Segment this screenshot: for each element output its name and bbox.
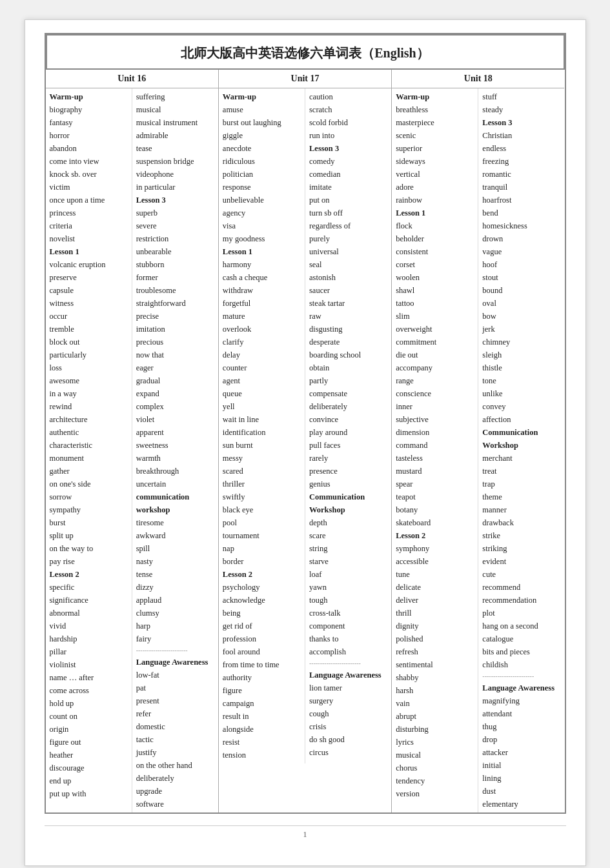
word-entry: Warm-up [50, 90, 128, 103]
word-entry: come into view [50, 155, 128, 168]
word-entry: witness [50, 297, 128, 310]
word-entry: homesickness [482, 219, 560, 232]
word-entry: precise [136, 310, 214, 323]
word-entry: pillar [50, 645, 128, 658]
word-entry: on the way to [50, 542, 128, 555]
word-entry: figure out [50, 736, 128, 749]
word-entry: authority [223, 671, 301, 684]
word-entry: characteristic [50, 439, 128, 452]
word-entry: Workshop [482, 439, 560, 452]
word-entry: tense [136, 568, 214, 581]
word-entry: end up [50, 774, 128, 787]
unit-col1-17: Warm-upamuseburst out laughinggiggleanec… [219, 88, 305, 763]
word-entry: tease [136, 142, 214, 155]
word-entry: counter [223, 361, 301, 374]
word-entry: agent [223, 374, 301, 387]
word-entry: split up [50, 529, 128, 542]
word-entry: loss [50, 361, 128, 374]
word-entry: treat [482, 465, 560, 478]
word-entry: unbearable [136, 245, 214, 258]
word-entry: ridiculous [223, 155, 301, 168]
word-entry: scare [309, 529, 387, 542]
word-entry: name … after [50, 671, 128, 684]
word-entry: severe [136, 219, 214, 232]
word-entry: messy [223, 452, 301, 465]
word-entry: Lesson 3 [136, 194, 214, 207]
word-entry: criteria [50, 219, 128, 232]
word-entry: rewind [50, 400, 128, 413]
word-entry: Language Awareness [482, 681, 560, 694]
word-entry: software [136, 798, 214, 811]
word-entry: bits and pieces [482, 645, 560, 658]
word-entry: recommendation [482, 594, 560, 607]
word-entry: thug [482, 720, 560, 733]
word-entry: communication [136, 490, 214, 503]
word-entry: do sh good [309, 733, 387, 746]
word-entry: uncertain [136, 478, 214, 490]
word-entry: shabby [396, 671, 474, 684]
word-entry: abandon [50, 142, 128, 155]
word-entry: recommend [482, 581, 560, 594]
word-entry: yell [223, 400, 301, 413]
word-entry: harp [136, 620, 214, 632]
word-entry: fantasy [50, 116, 128, 129]
word-entry: convince [309, 413, 387, 426]
word-entry: justify [136, 746, 214, 759]
word-entry: Language Awareness [309, 669, 387, 681]
word-entry: campaign [223, 697, 301, 710]
word-entry: wait in line [223, 413, 301, 426]
word-entry: lining [482, 772, 560, 785]
word-entry: commitment [396, 336, 474, 348]
word-entry: dimension [396, 426, 474, 439]
word-entry: get rid of [223, 620, 301, 632]
word-entry: elementary [482, 798, 560, 811]
word-entry: thrill [396, 607, 474, 620]
word-entry: Communication [309, 490, 387, 503]
word-entry: stout [482, 271, 560, 284]
word-entry: tendency [396, 774, 474, 787]
word-entry: videophone [136, 168, 214, 181]
word-entry: refresh [396, 645, 474, 658]
word-entry: dust [482, 785, 560, 798]
word-entry: hang on a second [482, 620, 560, 632]
word-entry: precious [136, 336, 214, 348]
word-entry: present [136, 694, 214, 707]
word-entry: clumsy [136, 607, 214, 620]
word-entry: occur [50, 310, 128, 323]
word-entry: initial [482, 759, 560, 772]
word-entry: thriller [223, 478, 301, 490]
word-entry: block out [50, 336, 128, 348]
word-entry: stuff [482, 90, 560, 103]
word-entry: bound [482, 284, 560, 297]
word-entry: harmony [223, 258, 301, 271]
word-entry: Warm-up [223, 90, 301, 103]
word-entry: skateboard [396, 516, 474, 529]
word-entry: purely [309, 232, 387, 245]
word-entry: straightforward [136, 297, 214, 310]
word-entry: corset [396, 258, 474, 271]
word-entry: Lesson 1 [396, 207, 474, 219]
word-entry: victim [50, 181, 128, 194]
word-entry: drawback [482, 516, 560, 529]
word-entry: in particular [136, 181, 214, 194]
word-entry: restriction [136, 232, 214, 245]
word-entry: dizzy [136, 581, 214, 594]
unit-col2-18: stuffsteadyLesson 3Christianendlessfreez… [478, 88, 564, 812]
word-entry: low-fat [136, 669, 214, 681]
page-title: 北师大版高中英语选修六单词表（English） [46, 34, 565, 70]
word-entry: Language Awareness [136, 656, 214, 669]
word-entry: particularly [50, 348, 128, 361]
word-entry: tremble [50, 323, 128, 336]
word-entry: affection [482, 413, 560, 426]
word-entry: Lesson 1 [223, 245, 301, 258]
word-entry: mature [223, 310, 301, 323]
word-entry: presence [309, 465, 387, 478]
word-entry: once upon a time [50, 194, 128, 207]
word-entry: burst out laughing [223, 116, 301, 129]
word-entry: overlook [223, 323, 301, 336]
word-entry: adore [396, 181, 474, 194]
word-entry: masterpiece [396, 116, 474, 129]
word-entry: awesome [50, 374, 128, 387]
word-entry: unlike [482, 387, 560, 400]
word-entry: hardship [50, 632, 128, 645]
